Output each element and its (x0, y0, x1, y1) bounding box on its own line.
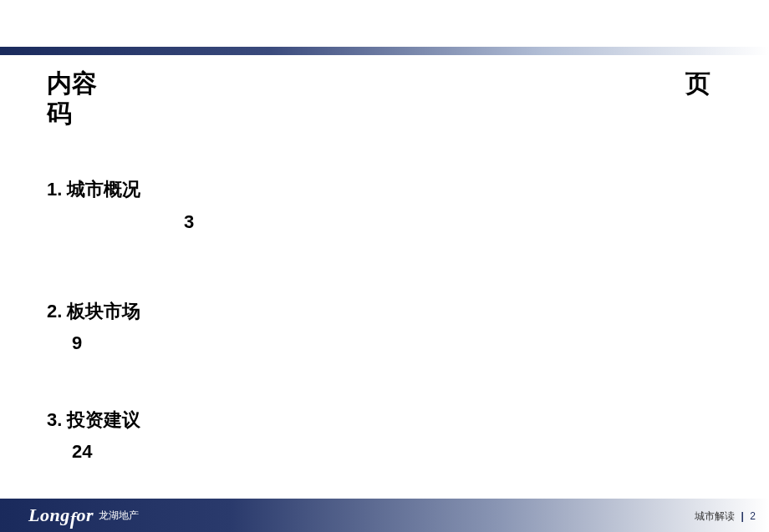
logo-subtitle: 龙湖地产 (99, 509, 139, 523)
toc-item-1-title: 1. 城市概况 (47, 177, 140, 202)
header-page-label-line2: 码 (47, 97, 72, 131)
toc-item-1-page: 3 (184, 211, 194, 233)
footer-separator: | (741, 510, 744, 522)
header-page-label-line1: 页 (685, 67, 710, 101)
toc-item-3-title: 3. 投资建议 (47, 408, 140, 433)
slide-container: 内容 页 码 1. 城市概况 3 2. 板块市场 9 3. 投资建议 24 Lo… (0, 0, 769, 532)
top-gradient-bar (0, 47, 769, 55)
header-content-label: 内容 (47, 67, 97, 101)
toc-item-2-page: 9 (72, 332, 82, 354)
footer-page-number: 2 (750, 510, 756, 522)
toc-item-3-page: 24 (72, 441, 92, 463)
footer-doc-title: 城市解读 (695, 510, 735, 522)
footer-bar: Longfor 龙湖地产 城市解读 | 2 (0, 499, 769, 532)
logo-text: Longfor (28, 504, 94, 526)
toc-item-2-title: 2. 板块市场 (47, 299, 140, 324)
footer-right: 城市解读 | 2 (695, 509, 756, 524)
